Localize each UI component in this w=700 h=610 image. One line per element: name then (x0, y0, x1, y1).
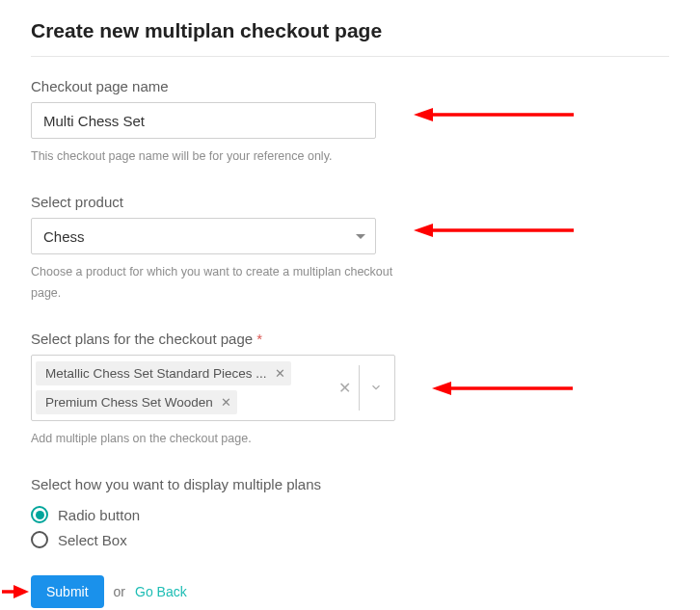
product-help: Choose a product for which you want to c… (31, 262, 397, 304)
radio-icon[interactable] (31, 531, 48, 548)
plans-multiselect[interactable]: Metallic Chess Set Standard Pieces ... ✕… (31, 355, 395, 421)
plans-tags-container: Metallic Chess Set Standard Pieces ... ✕… (32, 356, 329, 420)
product-label: Select product (31, 194, 669, 210)
radio-inner-dot (36, 511, 44, 519)
radio-icon[interactable] (31, 506, 48, 523)
svg-marker-1 (414, 108, 433, 121)
arrow-annotation-icon (412, 221, 576, 240)
clear-all-icon[interactable]: ✕ (333, 375, 357, 401)
plans-label-text: Select plans for the checkout page (31, 331, 253, 347)
display-label: Select how you want to display multiple … (31, 476, 669, 492)
chevron-down-icon[interactable] (362, 377, 387, 398)
or-text: or (114, 584, 125, 599)
arrow-annotation-icon (430, 379, 575, 398)
product-select[interactable]: Chess (31, 218, 376, 254)
close-icon[interactable]: ✕ (221, 396, 231, 409)
plan-tag: Premium Chess Set Wooden ✕ (36, 390, 237, 414)
checkout-name-help: This checkout page name will be for your… (31, 146, 397, 167)
checkout-name-input[interactable] (31, 102, 376, 139)
field-select-plans: Select plans for the checkout page * Met… (31, 331, 669, 449)
plans-label: Select plans for the checkout page * (31, 331, 669, 347)
caret-down-icon (356, 234, 365, 239)
checkout-name-label: Checkout page name (31, 78, 669, 94)
plan-tag-label: Premium Chess Set Wooden (45, 395, 213, 410)
field-display-mode: Select how you want to display multiple … (31, 476, 669, 548)
actions-row: Submit or Go Back (31, 575, 669, 608)
radio-option-label: Radio button (58, 507, 140, 523)
svg-marker-3 (414, 224, 433, 237)
go-back-link[interactable]: Go Back (135, 584, 187, 599)
radio-option-radio-button[interactable]: Radio button (31, 506, 669, 523)
plans-help: Add multiple plans on the checkout page. (31, 429, 397, 449)
field-select-product: Select product Chess Choose a product fo… (31, 194, 669, 304)
radio-option-label: Select Box (58, 532, 127, 548)
radio-option-select-box[interactable]: Select Box (31, 531, 669, 548)
arrow-annotation-icon (412, 105, 576, 124)
divider (31, 56, 669, 57)
required-asterisk: * (256, 331, 262, 347)
page-title: Create new multiplan checkout page (31, 19, 669, 42)
submit-button[interactable]: Submit (31, 575, 104, 608)
plan-tag: Metallic Chess Set Standard Pieces ... ✕ (36, 361, 291, 385)
product-select-value: Chess (43, 228, 85, 245)
svg-marker-5 (432, 382, 451, 395)
svg-marker-7 (13, 585, 29, 598)
field-checkout-name: Checkout page name This checkout page na… (31, 78, 669, 167)
plan-tag-label: Metallic Chess Set Standard Pieces ... (45, 366, 267, 381)
close-icon[interactable]: ✕ (275, 367, 285, 380)
arrow-annotation-icon (2, 583, 31, 600)
vertical-divider (359, 365, 360, 411)
plans-controls: ✕ (329, 356, 394, 420)
